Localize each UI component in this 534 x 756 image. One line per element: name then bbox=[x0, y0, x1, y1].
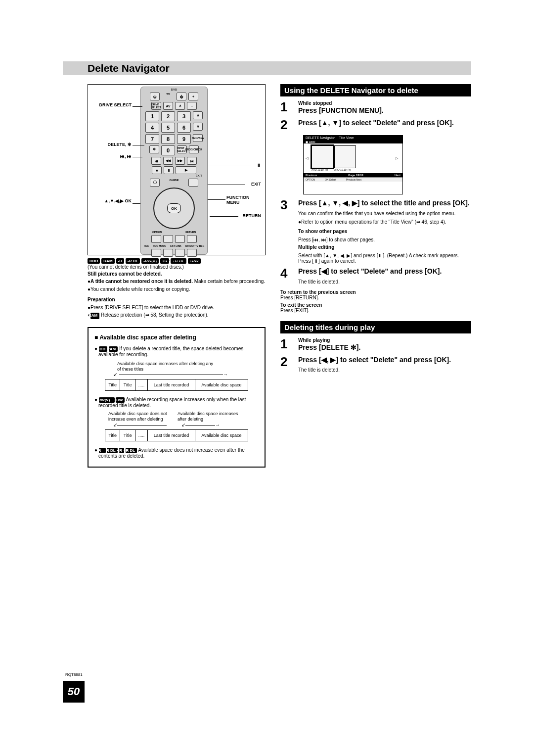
t1-c1: Title bbox=[105, 379, 120, 391]
remote-showview: ShowView bbox=[193, 134, 203, 142]
remote-skip-prev: ⏮ bbox=[151, 157, 161, 165]
step-3-detail1: You can confirm the titles that you have… bbox=[298, 211, 471, 216]
remote-body: DVD ⏻ TV ⏻ + DRIVE SELECT AV ∧ − bbox=[140, 87, 208, 255]
delete-navigator-thumbnail: DELETE Navigator Title View ◼ HDD ◁ ARD … bbox=[303, 135, 403, 194]
remote-status-label: STATUS bbox=[160, 258, 170, 261]
remote-ch-up2: ∧ bbox=[193, 111, 203, 119]
step-2: 2 Press [▲, ▼] to select "Delete" and pr… bbox=[280, 118, 471, 131]
label-drive-select: DRIVE SELECT bbox=[92, 102, 132, 107]
note-restore: ●A title cannot be restored once it is d… bbox=[88, 278, 266, 285]
note-restore-rest: Make certain before proceeding. bbox=[193, 279, 265, 284]
remote-pause-btn: ⏸ bbox=[164, 166, 174, 174]
remote-rec bbox=[151, 249, 161, 257]
remote-extlink-label: EXT LINK bbox=[170, 244, 181, 247]
label-delete: DELETE, ✻ bbox=[92, 142, 132, 147]
remote-power-tv: ⏻ bbox=[177, 93, 186, 100]
disc-space-table-2: Title Title ..... Last title recorded Av… bbox=[105, 429, 248, 441]
remote-option: OPTION bbox=[152, 231, 162, 234]
remote-key-5: 5 bbox=[161, 123, 175, 133]
label-function-menu: FUNCTION MENU bbox=[226, 195, 261, 205]
info-heading: ■ Available disc space after deleting bbox=[94, 334, 259, 341]
info-line3: ● -R -R DL +R +R DL Available space does… bbox=[94, 447, 259, 459]
remote-guide: GUIDE bbox=[162, 179, 186, 187]
note-restore-bold: A title cannot be restored once it is de… bbox=[90, 279, 193, 284]
info-line1: ● HDD RAM If you delete a recorded title… bbox=[94, 346, 259, 357]
remote-key-8: 8 bbox=[161, 134, 175, 144]
remote-ok-btn: OK bbox=[167, 203, 181, 213]
remote-rec-label: REC bbox=[144, 244, 149, 247]
dnt-prev: Previous bbox=[306, 174, 317, 177]
note-finalised: (You cannot delete items on finalised di… bbox=[88, 264, 266, 271]
remote-timeslip-label: TIME SLIP bbox=[188, 258, 200, 261]
s2-step-2: 2 Press [◀, ▶] to select "Delete" and pr… bbox=[280, 355, 471, 373]
manual-id: RQT8881 bbox=[65, 672, 83, 677]
section2-header: Deleting titles during play bbox=[280, 321, 471, 333]
prep-line2: ●RAM Release protection (➡ 58, Setting t… bbox=[88, 312, 266, 319]
t1-c4: Last title recorded bbox=[148, 379, 195, 391]
remote-exit-btn bbox=[188, 179, 198, 187]
label-exit: EXIT bbox=[251, 182, 261, 187]
exit-h: To exit the screen bbox=[280, 302, 471, 308]
page-number: 50 bbox=[63, 681, 85, 703]
step-1-sub: While stopped bbox=[298, 100, 384, 106]
s2-step-2-body: Press [◀, ▶] to select "Delete" and pres… bbox=[298, 355, 451, 365]
label-cursor-ok: ▲,▼,◀,▶ OK bbox=[92, 198, 132, 204]
info-caption2a: Available disc space does not increase e… bbox=[108, 411, 173, 422]
remote-key-6: 6 bbox=[177, 123, 191, 133]
dnt-card2-label: ARD 10.10. Fri bbox=[334, 168, 356, 171]
dnt-next: Next bbox=[395, 174, 400, 177]
info-badge-rwv: -RW(V) bbox=[99, 397, 115, 403]
dnt-legend-select: Select bbox=[329, 178, 336, 181]
remote-key-2: 2 bbox=[161, 111, 175, 121]
remote-ch-dn2: ∨ bbox=[193, 123, 203, 131]
step-4-num: 4 bbox=[280, 267, 293, 284]
s2-step-1: 1 While playing Press [DELETE ✻]. bbox=[280, 337, 471, 352]
remote-ch-up: ∧ bbox=[175, 102, 185, 110]
badge-rdl: -R DL bbox=[126, 258, 140, 264]
exit-note: To exit the screen Press [EXIT]. bbox=[280, 302, 471, 313]
remote-display-label: DISPLAY bbox=[174, 258, 184, 261]
remote-info: ⓘ bbox=[150, 179, 160, 187]
remote-ffwd: ▶▶ bbox=[175, 157, 185, 165]
dnt-legend-pn: Previous Next bbox=[346, 178, 361, 181]
remote-dvd-label: DVD bbox=[171, 88, 178, 91]
remote-drive-select-btn: DRIVE SELECT bbox=[151, 102, 161, 110]
note-no-delete-while: ●You cannot delete while recording or co… bbox=[88, 286, 266, 293]
remote-red bbox=[151, 235, 161, 243]
remote-play: ▶ bbox=[176, 166, 196, 174]
return-note: To return to the previous screen Press [… bbox=[280, 289, 471, 300]
remote-audio-label: AUDIO bbox=[148, 258, 156, 261]
step-2-body: Press [▲, ▼] to select "Delete" and pres… bbox=[298, 118, 454, 131]
badge-r: -R bbox=[116, 258, 124, 264]
remote-recmode bbox=[163, 249, 173, 257]
dnt-card-2 bbox=[334, 145, 356, 168]
t1-c3: ..... bbox=[135, 379, 148, 391]
step-1: 1 While stopped Press [FUNCTION MENU]. bbox=[280, 100, 471, 115]
left-column: DVD ⏻ TV ⏻ + DRIVE SELECT AV ∧ − bbox=[88, 84, 266, 468]
step-4-body: Press [◀] to select "Delete" and press [… bbox=[298, 267, 442, 276]
remote-power-dvd: ⏻ bbox=[150, 93, 160, 100]
disc-space-info-box: ■ Available disc space after deleting ● … bbox=[88, 327, 266, 468]
step-2-num: 2 bbox=[280, 118, 293, 131]
remote-progcheck: PROG/CHECK bbox=[189, 145, 199, 153]
step-3-num: 3 bbox=[280, 198, 293, 264]
info-line2: ● -RW(V) +RW Available recording space i… bbox=[94, 397, 259, 408]
step-4: 4 Press [◀] to select "Delete" and press… bbox=[280, 267, 471, 284]
remote-directtvrec-label: DIRECT TV REC bbox=[185, 244, 204, 247]
s2-step-2-detail: The title is deleted. bbox=[298, 367, 451, 373]
label-pause: ⏸ bbox=[257, 163, 261, 168]
remote-key-0: 0 bbox=[161, 145, 175, 155]
t2-c3: ..... bbox=[135, 429, 148, 441]
remote-illustration: DVD ⏻ TV ⏻ + DRIVE SELECT AV ∧ − bbox=[88, 84, 266, 255]
remote-directtvrec bbox=[187, 249, 197, 257]
remote-cursor-ring: OK bbox=[153, 188, 195, 229]
remote-key-7: 7 bbox=[145, 134, 159, 144]
t2-c2: Title bbox=[120, 429, 135, 441]
remote-tv-label: TV bbox=[162, 93, 175, 100]
s2-step-2-num: 2 bbox=[280, 355, 293, 373]
dnt-card-1 bbox=[312, 145, 333, 168]
label-return: RETURN bbox=[243, 213, 262, 218]
section1-header: Using the DELETE Navigator to delete bbox=[280, 84, 471, 96]
remote-vol-up: + bbox=[188, 93, 198, 100]
info-badge-rdl2: -R DL bbox=[107, 448, 117, 453]
